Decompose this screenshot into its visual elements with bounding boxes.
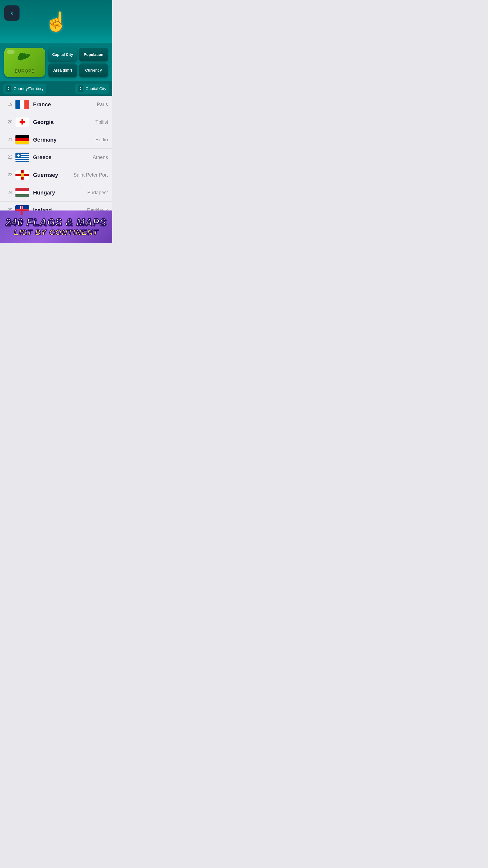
banner-line1: 240 FLAGS & MAPS: [5, 217, 107, 228]
capital-name: Athens: [93, 155, 108, 160]
row-number: 20: [4, 120, 12, 124]
guernsey-cross-inner: [21, 173, 24, 177]
banner-line2: LIST BY CONTINENT: [14, 228, 98, 237]
flag-hungary: [15, 188, 29, 197]
sort-down-icon: ▼: [8, 89, 10, 91]
flag-greece: [15, 152, 29, 162]
capital-name: Saint Peter Port: [73, 172, 108, 178]
category-population-button[interactable]: Population: [79, 48, 108, 61]
row-number: 24: [4, 190, 12, 195]
sort-country-control[interactable]: ▲ ▼ Country/Territory: [3, 84, 46, 94]
category-section: EUROPE Capital City Population Area (km²…: [0, 43, 112, 82]
table-row[interactable]: 23 Guernsey Saint Peter Port: [0, 166, 112, 184]
touch-icon: ☝: [44, 10, 68, 33]
capital-name: Paris: [97, 102, 108, 107]
back-button[interactable]: ‹: [4, 5, 20, 21]
sort-capital-control[interactable]: ▲ ▼ Capital City: [75, 84, 109, 94]
country-name: Guernsey: [33, 172, 73, 178]
country-name: Greece: [33, 154, 93, 161]
sort-capital-label: Capital City: [86, 86, 106, 91]
category-buttons: Capital City Population Area (km²) Curre…: [48, 48, 108, 77]
region-label: EUROPE: [14, 69, 35, 74]
category-area-button[interactable]: Area (km²): [48, 63, 77, 77]
capital-name: Berlin: [95, 137, 108, 143]
row-number: 21: [4, 137, 12, 142]
row-number: 19: [4, 102, 12, 107]
table-row[interactable]: 19 France Paris: [0, 96, 112, 113]
flag-france: [15, 99, 29, 109]
sort-bar: ▲ ▼ Country/Territory ▲ ▼ Capital City: [0, 82, 112, 96]
country-name: Germany: [33, 137, 95, 143]
country-name: Georgia: [33, 119, 95, 125]
row-number: 23: [4, 173, 12, 177]
table-row[interactable]: 21 Germany Berlin: [0, 131, 112, 149]
iceland-cross-horizontal: [15, 209, 29, 211]
category-capital-city-button[interactable]: Capital City: [48, 48, 77, 61]
category-currency-button[interactable]: Currency: [79, 63, 108, 77]
sort-arrows-country: ▲ ▼: [6, 85, 11, 92]
country-name: Hungary: [33, 190, 87, 196]
region-card[interactable]: EUROPE: [4, 48, 45, 77]
sort-up-icon: ▲: [8, 86, 10, 88]
capital-name: Budapest: [87, 190, 108, 195]
country-name: France: [33, 101, 97, 108]
greece-cross-icon: [15, 153, 21, 158]
flag-georgia: [15, 117, 29, 127]
back-arrow-icon: ‹: [10, 9, 13, 17]
table-row[interactable]: 20 Georgia Tbilisi: [0, 113, 112, 131]
table-row[interactable]: 22 Greece Athens: [0, 149, 112, 166]
sort-arrows-capital: ▲ ▼: [78, 85, 83, 92]
row-number: 22: [4, 155, 12, 160]
region-indicator: [7, 50, 14, 54]
promo-banner: 240 FLAGS & MAPS LIST BY CONTINENT: [0, 211, 112, 243]
europe-map-icon: [14, 51, 35, 67]
flag-guernsey: [15, 170, 29, 180]
table-body: 19 France Paris 20 Georgia Tbilisi 21: [0, 96, 112, 243]
sort-up-capital-icon: ▲: [79, 86, 82, 88]
capital-name: Tbilisi: [95, 119, 108, 125]
header: ‹ ☝: [0, 0, 112, 43]
sort-country-label: Country/Territory: [13, 86, 44, 91]
table-row[interactable]: 24 Hungary Budapest: [0, 184, 112, 202]
sort-down-capital-icon: ▼: [79, 89, 82, 91]
flag-germany: [15, 135, 29, 145]
